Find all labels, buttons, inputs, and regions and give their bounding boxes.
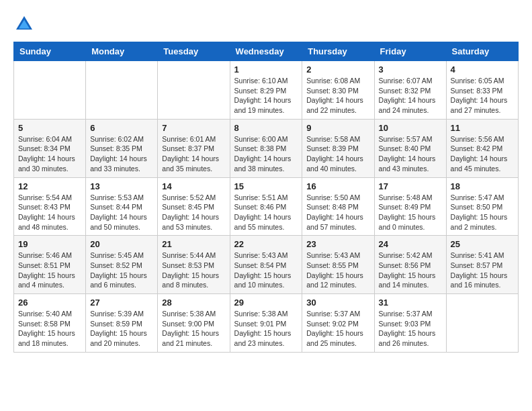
- day-info: Sunrise: 5:50 AM Sunset: 8:48 PM Dayligh…: [306, 193, 369, 232]
- calendar-day-14: 14Sunrise: 5:52 AM Sunset: 8:45 PM Dayli…: [158, 177, 230, 236]
- day-number: 26: [18, 298, 81, 308]
- day-info: Sunrise: 5:48 AM Sunset: 8:49 PM Dayligh…: [379, 193, 442, 232]
- day-number: 24: [379, 239, 442, 249]
- calendar-day-27: 27Sunrise: 5:39 AM Sunset: 8:59 PM Dayli…: [86, 294, 158, 353]
- day-info: Sunrise: 5:53 AM Sunset: 8:44 PM Dayligh…: [90, 193, 153, 232]
- day-number: 23: [306, 239, 369, 249]
- day-number: 15: [234, 181, 298, 191]
- day-info: Sunrise: 5:37 AM Sunset: 9:02 PM Dayligh…: [306, 309, 369, 349]
- calendar-day-18: 18Sunrise: 5:47 AM Sunset: 8:50 PM Dayli…: [446, 177, 518, 236]
- calendar-day-6: 6Sunrise: 6:02 AM Sunset: 8:35 PM Daylig…: [86, 119, 158, 177]
- calendar-day-5: 5Sunrise: 6:04 AM Sunset: 8:34 PM Daylig…: [14, 119, 86, 177]
- day-number: 13: [90, 181, 153, 191]
- weekday-header-friday: Friday: [374, 42, 446, 61]
- day-number: 17: [379, 181, 442, 191]
- calendar-week-5: 26Sunrise: 5:40 AM Sunset: 8:58 PM Dayli…: [14, 294, 519, 353]
- day-number: 22: [234, 239, 298, 249]
- day-info: Sunrise: 6:05 AM Sunset: 8:33 PM Dayligh…: [451, 76, 514, 116]
- day-number: 25: [451, 239, 514, 249]
- calendar-week-2: 5Sunrise: 6:04 AM Sunset: 8:34 PM Daylig…: [14, 119, 519, 177]
- empty-day: [86, 61, 158, 120]
- day-info: Sunrise: 6:02 AM Sunset: 8:35 PM Dayligh…: [90, 134, 153, 174]
- day-info: Sunrise: 5:46 AM Sunset: 8:51 PM Dayligh…: [18, 250, 81, 290]
- day-info: Sunrise: 5:54 AM Sunset: 8:43 PM Dayligh…: [18, 193, 81, 232]
- day-info: Sunrise: 6:04 AM Sunset: 8:34 PM Dayligh…: [18, 134, 81, 174]
- calendar-day-20: 20Sunrise: 5:45 AM Sunset: 8:52 PM Dayli…: [86, 236, 158, 294]
- day-info: Sunrise: 5:39 AM Sunset: 8:59 PM Dayligh…: [90, 309, 153, 349]
- calendar-day-11: 11Sunrise: 5:56 AM Sunset: 8:42 PM Dayli…: [446, 119, 518, 177]
- day-number: 4: [451, 64, 514, 75]
- day-number: 8: [234, 123, 298, 133]
- day-number: 19: [18, 239, 81, 249]
- day-number: 10: [379, 123, 442, 133]
- calendar-week-1: 1Sunrise: 6:10 AM Sunset: 8:29 PM Daylig…: [14, 61, 519, 120]
- day-info: Sunrise: 5:56 AM Sunset: 8:42 PM Dayligh…: [451, 134, 514, 174]
- weekday-header-saturday: Saturday: [446, 42, 518, 61]
- weekday-header-wednesday: Wednesday: [230, 42, 302, 61]
- day-info: Sunrise: 5:51 AM Sunset: 8:46 PM Dayligh…: [234, 193, 298, 232]
- calendar-day-25: 25Sunrise: 5:41 AM Sunset: 8:57 PM Dayli…: [446, 236, 518, 294]
- day-number: 6: [90, 123, 153, 133]
- day-number: 27: [90, 298, 153, 308]
- calendar-day-9: 9Sunrise: 5:58 AM Sunset: 8:39 PM Daylig…: [302, 119, 374, 177]
- weekday-header-sunday: Sunday: [14, 42, 86, 61]
- calendar-day-7: 7Sunrise: 6:01 AM Sunset: 8:37 PM Daylig…: [158, 119, 230, 177]
- calendar-day-30: 30Sunrise: 5:37 AM Sunset: 9:02 PM Dayli…: [302, 294, 374, 353]
- calendar-day-21: 21Sunrise: 5:44 AM Sunset: 8:53 PM Dayli…: [158, 236, 230, 294]
- empty-day: [446, 294, 518, 353]
- calendar-day-4: 4Sunrise: 6:05 AM Sunset: 8:33 PM Daylig…: [446, 61, 518, 120]
- calendar-day-3: 3Sunrise: 6:07 AM Sunset: 8:32 PM Daylig…: [374, 61, 446, 120]
- weekday-header-monday: Monday: [86, 42, 158, 61]
- day-info: Sunrise: 5:38 AM Sunset: 9:00 PM Dayligh…: [162, 309, 225, 349]
- logo-icon: [13, 13, 35, 35]
- day-info: Sunrise: 5:41 AM Sunset: 8:57 PM Dayligh…: [451, 250, 514, 290]
- calendar-week-3: 12Sunrise: 5:54 AM Sunset: 8:43 PM Dayli…: [14, 177, 519, 236]
- calendar-day-31: 31Sunrise: 5:37 AM Sunset: 9:03 PM Dayli…: [374, 294, 446, 353]
- weekday-header-tuesday: Tuesday: [158, 42, 230, 61]
- day-info: Sunrise: 5:42 AM Sunset: 8:56 PM Dayligh…: [379, 250, 442, 290]
- calendar-day-10: 10Sunrise: 5:57 AM Sunset: 8:40 PM Dayli…: [374, 119, 446, 177]
- empty-day: [158, 61, 230, 120]
- calendar-body: 1Sunrise: 6:10 AM Sunset: 8:29 PM Daylig…: [14, 61, 519, 353]
- day-info: Sunrise: 5:47 AM Sunset: 8:50 PM Dayligh…: [451, 193, 514, 232]
- day-info: Sunrise: 5:58 AM Sunset: 8:39 PM Dayligh…: [306, 134, 369, 174]
- day-info: Sunrise: 5:43 AM Sunset: 8:55 PM Dayligh…: [306, 250, 369, 290]
- day-info: Sunrise: 6:08 AM Sunset: 8:30 PM Dayligh…: [306, 76, 369, 116]
- calendar-day-23: 23Sunrise: 5:43 AM Sunset: 8:55 PM Dayli…: [302, 236, 374, 294]
- calendar-day-24: 24Sunrise: 5:42 AM Sunset: 8:56 PM Dayli…: [374, 236, 446, 294]
- calendar-day-12: 12Sunrise: 5:54 AM Sunset: 8:43 PM Dayli…: [14, 177, 86, 236]
- weekday-header-row: SundayMondayTuesdayWednesdayThursdayFrid…: [14, 42, 519, 61]
- day-number: 5: [18, 123, 81, 133]
- day-number: 20: [90, 239, 153, 249]
- day-number: 30: [306, 298, 369, 308]
- page-header: [13, 13, 519, 35]
- day-info: Sunrise: 5:44 AM Sunset: 8:53 PM Dayligh…: [162, 250, 225, 290]
- day-info: Sunrise: 5:57 AM Sunset: 8:40 PM Dayligh…: [379, 134, 442, 174]
- calendar-day-8: 8Sunrise: 6:00 AM Sunset: 8:38 PM Daylig…: [230, 119, 302, 177]
- day-info: Sunrise: 6:10 AM Sunset: 8:29 PM Dayligh…: [234, 76, 298, 116]
- calendar-day-2: 2Sunrise: 6:08 AM Sunset: 8:30 PM Daylig…: [302, 61, 374, 120]
- day-number: 18: [451, 181, 514, 191]
- calendar-day-29: 29Sunrise: 5:38 AM Sunset: 9:01 PM Dayli…: [230, 294, 302, 353]
- calendar-day-26: 26Sunrise: 5:40 AM Sunset: 8:58 PM Dayli…: [14, 294, 86, 353]
- day-info: Sunrise: 5:45 AM Sunset: 8:52 PM Dayligh…: [90, 250, 153, 290]
- day-number: 28: [162, 298, 225, 308]
- calendar-table: SundayMondayTuesdayWednesdayThursdayFrid…: [13, 42, 519, 353]
- day-info: Sunrise: 6:00 AM Sunset: 8:38 PM Dayligh…: [234, 134, 298, 174]
- calendar-day-28: 28Sunrise: 5:38 AM Sunset: 9:00 PM Dayli…: [158, 294, 230, 353]
- calendar-week-4: 19Sunrise: 5:46 AM Sunset: 8:51 PM Dayli…: [14, 236, 519, 294]
- day-number: 21: [162, 239, 225, 249]
- calendar-day-13: 13Sunrise: 5:53 AM Sunset: 8:44 PM Dayli…: [86, 177, 158, 236]
- day-info: Sunrise: 6:07 AM Sunset: 8:32 PM Dayligh…: [379, 76, 442, 116]
- calendar-day-1: 1Sunrise: 6:10 AM Sunset: 8:29 PM Daylig…: [230, 61, 302, 120]
- day-info: Sunrise: 6:01 AM Sunset: 8:37 PM Dayligh…: [162, 134, 225, 174]
- day-number: 11: [451, 123, 514, 133]
- calendar-day-16: 16Sunrise: 5:50 AM Sunset: 8:48 PM Dayli…: [302, 177, 374, 236]
- weekday-header-thursday: Thursday: [302, 42, 374, 61]
- day-info: Sunrise: 5:43 AM Sunset: 8:54 PM Dayligh…: [234, 250, 298, 290]
- day-info: Sunrise: 5:38 AM Sunset: 9:01 PM Dayligh…: [234, 309, 298, 349]
- calendar-day-17: 17Sunrise: 5:48 AM Sunset: 8:49 PM Dayli…: [374, 177, 446, 236]
- empty-day: [14, 61, 86, 120]
- day-number: 12: [18, 181, 81, 191]
- day-number: 1: [234, 64, 298, 75]
